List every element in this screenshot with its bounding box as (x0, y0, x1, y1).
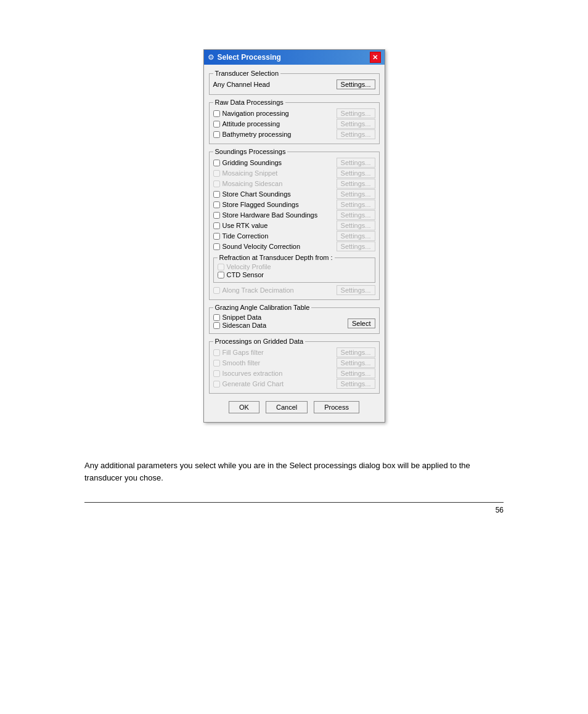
grid-label: Gridding Soundings (223, 159, 282, 166)
mosaic-snip-label: Mosaicing Snippet (223, 169, 278, 177)
sidescan-data-checkbox[interactable] (213, 322, 220, 329)
bat-label: Bathymetry processing (223, 131, 292, 138)
nav-label: Navigation processing (223, 110, 289, 117)
store-chart-checkbox[interactable] (213, 191, 220, 198)
along-track-row: Along Track Decimation Settings... (213, 285, 375, 295)
snippet-data-checkbox[interactable] (213, 314, 220, 321)
gridded-section: Processings on Gridded Data Fill Gaps fi… (209, 338, 380, 394)
tide-settings-button[interactable]: Settings... (337, 231, 375, 241)
raw-data-section: Raw Data Processings Navigation processi… (209, 99, 380, 144)
rtk-label: Use RTK value (223, 222, 268, 229)
vel-profile-label: Velocity Profile (227, 263, 271, 270)
transducer-section: Transducer Selection Any Channel Head Se… (209, 70, 380, 95)
fill-gaps-checkbox[interactable] (213, 349, 220, 356)
vel-profile-row: Velocity Profile (218, 263, 371, 270)
rtk-row: Use RTK value Settings... (213, 221, 375, 230)
ctd-checkbox[interactable] (218, 272, 224, 278)
gen-grid-row: Generate Grid Chart Settings... (213, 379, 375, 389)
bat-settings-button[interactable]: Settings... (337, 129, 375, 139)
smooth-label: Smooth filter (223, 359, 261, 367)
smooth-settings-button[interactable]: Settings... (337, 358, 375, 368)
mosaic-side-checkbox[interactable] (213, 181, 220, 187)
close-button[interactable]: ✕ (370, 52, 381, 63)
store-flag-settings-button[interactable]: Settings... (337, 200, 375, 209)
process-button[interactable]: Process (314, 401, 359, 413)
page-footer: 56 (84, 502, 504, 514)
soundings-legend: Soundings Processings (213, 148, 288, 155)
raw-att-row: Attitude processing Settings... (213, 119, 375, 129)
select-processing-dialog: ⚙ Select Processing ✕ Transducer Selecti… (203, 49, 385, 423)
store-hw-checkbox[interactable] (213, 212, 220, 219)
grid-checkbox[interactable] (213, 160, 220, 166)
smooth-row: Smooth filter Settings... (213, 358, 375, 368)
att-checkbox[interactable] (213, 121, 220, 128)
dialog-body: Transducer Selection Any Channel Head Se… (204, 65, 385, 422)
fill-gaps-row: Fill Gaps filter Settings... (213, 347, 375, 357)
mosaic-snip-settings-button[interactable]: Settings... (337, 168, 375, 178)
grid-settings-button[interactable]: Settings... (337, 158, 375, 168)
store-flag-checkbox[interactable] (213, 201, 220, 208)
isocurves-row: Isocurves extraction Settings... (213, 368, 375, 378)
mosaic-side-row: Mosaicing Sidescan Settings... (213, 179, 375, 189)
gridded-legend: Processings on Gridded Data (213, 338, 306, 345)
raw-bat-row: Bathymetry processing Settings... (213, 129, 375, 139)
ok-button[interactable]: OK (229, 401, 259, 413)
sound-vel-row: Sound Velocity Correction Settings... (213, 241, 375, 251)
dialog-footer: OK Cancel Process (209, 397, 380, 417)
transducer-legend: Transducer Selection (213, 70, 281, 77)
att-settings-button[interactable]: Settings... (337, 119, 375, 129)
tide-checkbox[interactable] (213, 233, 220, 240)
gen-grid-label: Generate Grid Chart (223, 380, 284, 387)
gen-grid-settings-button[interactable]: Settings... (337, 379, 375, 389)
raw-data-legend: Raw Data Processings (213, 99, 285, 106)
raw-nav-row: Navigation processing Settings... (213, 108, 375, 118)
rtk-checkbox[interactable] (213, 222, 220, 229)
smooth-checkbox[interactable] (213, 360, 220, 367)
body-paragraph: Any additional parameters you select whi… (84, 460, 504, 484)
along-track-settings-button[interactable]: Settings... (337, 285, 375, 295)
isocurves-checkbox[interactable] (213, 370, 220, 377)
store-hw-settings-button[interactable]: Settings... (337, 210, 375, 220)
refraction-legend: Refraction at Transducer Depth from : (218, 254, 335, 261)
sound-vel-checkbox[interactable] (213, 243, 220, 250)
along-track-checkbox[interactable] (213, 287, 220, 294)
page-number: 56 (496, 506, 504, 514)
transducer-settings-button[interactable]: Settings... (337, 79, 375, 89)
store-chart-settings-button[interactable]: Settings... (337, 189, 375, 199)
nav-checkbox[interactable] (213, 110, 220, 117)
dialog-titlebar: ⚙ Select Processing ✕ (204, 50, 385, 65)
nav-settings-button[interactable]: Settings... (337, 108, 375, 118)
mosaic-snip-checkbox[interactable] (213, 170, 220, 177)
dialog-icon: ⚙ (208, 53, 214, 62)
body-text-area: Any additional parameters you select whi… (78, 460, 510, 514)
store-hw-row: Store Hardware Bad Soundings Settings... (213, 210, 375, 220)
grazing-section: Grazing Angle Calibration Table Snippet … (209, 304, 380, 334)
channel-label: Any Channel Head (213, 81, 270, 88)
ctd-row: CTD Sensor (218, 271, 371, 278)
fill-gaps-label: Fill Gaps filter (223, 349, 264, 356)
ctd-label: CTD Sensor (227, 271, 264, 278)
sidescan-data-label: Sidescan Data (223, 322, 267, 329)
mosaic-snip-row: Mosaicing Snippet Settings... (213, 168, 375, 178)
sound-vel-settings-button[interactable]: Settings... (337, 241, 375, 251)
isocurves-label: Isocurves extraction (223, 370, 283, 377)
cancel-button[interactable]: Cancel (266, 401, 308, 413)
along-track-label: Along Track Decimation (223, 286, 294, 294)
mosaic-side-label: Mosaicing Sidescan (223, 180, 283, 187)
store-chart-label: Store Chart Soundings (223, 190, 291, 198)
mosaic-side-settings-button[interactable]: Settings... (337, 179, 375, 189)
vel-profile-checkbox[interactable] (218, 264, 224, 270)
sidescan-data-row: Sidescan Data (213, 322, 267, 329)
gen-grid-checkbox[interactable] (213, 381, 220, 387)
grazing-select-button[interactable]: Select (348, 318, 375, 328)
fill-gaps-settings-button[interactable]: Settings... (337, 347, 375, 357)
isocurves-settings-button[interactable]: Settings... (337, 368, 375, 378)
soundings-section: Soundings Processings Gridding Soundings… (209, 148, 380, 300)
store-flag-row: Store Flagged Soundings Settings... (213, 200, 375, 209)
bat-checkbox[interactable] (213, 131, 220, 138)
snippet-data-label: Snippet Data (223, 314, 262, 321)
dialog-title: Select Processing (218, 53, 281, 62)
snippet-data-row: Snippet Data (213, 314, 267, 321)
rtk-settings-button[interactable]: Settings... (337, 221, 375, 230)
store-hw-label: Store Hardware Bad Soundings (223, 211, 318, 219)
